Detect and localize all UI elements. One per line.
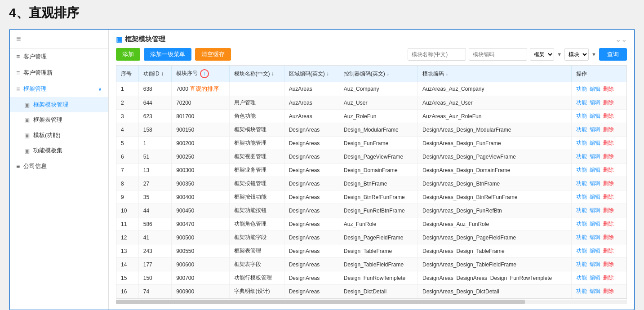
clear-cache-button[interactable]: 清空缓存: [195, 48, 231, 61]
sidebar-item-customer-mgmt-new[interactable]: ≡ 客户管理新: [10, 65, 108, 81]
cell-func-id: 51: [138, 150, 171, 164]
col-module-seq[interactable]: 模块序号 ↑: [172, 66, 229, 82]
module-code-search-input[interactable]: [469, 48, 527, 61]
col-ctrl-code-en[interactable]: 控制器编码(英文) ↓: [339, 66, 417, 82]
col-func-id[interactable]: 功能ID ↓: [138, 66, 171, 82]
cell-module-code: DesignAreas_Design_FunFrame: [418, 137, 572, 150]
cell-func-id: 41: [138, 231, 171, 244]
col-module-code[interactable]: 模块编码 ↓: [418, 66, 572, 82]
action-link-删除[interactable]: 删除: [603, 248, 614, 254]
action-link-删除[interactable]: 删除: [603, 113, 614, 119]
doc-icon: ▣: [116, 35, 122, 44]
action-link-编辑[interactable]: 编辑: [590, 288, 600, 294]
col-area-code-en[interactable]: 区域编码(英文) ↓: [284, 66, 339, 82]
action-link-删除[interactable]: 删除: [603, 86, 614, 92]
action-link-功能[interactable]: 功能: [576, 99, 587, 106]
cell-seq: 6: [116, 150, 138, 164]
action-link-编辑[interactable]: 编辑: [590, 99, 600, 106]
action-link-功能[interactable]: 功能: [576, 113, 587, 119]
horizontal-scrollbar[interactable]: [116, 300, 627, 304]
sidebar-item-company-info[interactable]: ≡ 公司信息: [10, 158, 108, 174]
cell-module-code: AuzAreas_Auz_Company: [418, 82, 572, 96]
action-link-编辑[interactable]: 编辑: [590, 234, 600, 240]
action-link-功能[interactable]: 功能: [576, 288, 587, 294]
cell-actions: 功能编辑删除: [572, 150, 626, 164]
add-button[interactable]: 添加: [116, 48, 140, 61]
action-link-删除[interactable]: 删除: [603, 180, 614, 186]
action-link-编辑[interactable]: 编辑: [590, 248, 600, 254]
cell-module-name-cn: 框架按钮功能: [229, 190, 284, 204]
table-row: 16387000 直观的排序AuzAreasAuz_CompanyAuzArea…: [116, 82, 626, 96]
action-link-功能[interactable]: 功能: [576, 140, 587, 146]
action-link-功能[interactable]: 功能: [576, 167, 587, 173]
action-link-功能[interactable]: 功能: [576, 275, 587, 281]
action-link-功能[interactable]: 功能: [576, 221, 587, 227]
col-seq[interactable]: 序号: [116, 66, 138, 82]
cell-module-name-cn: 用户管理: [229, 96, 284, 110]
action-link-功能[interactable]: 功能: [576, 194, 587, 200]
action-link-编辑[interactable]: 编辑: [590, 167, 600, 173]
action-link-编辑[interactable]: 编辑: [590, 261, 600, 267]
action-link-删除[interactable]: 删除: [603, 126, 614, 133]
cell-module-seq: 900300: [172, 164, 229, 177]
action-link-编辑[interactable]: 编辑: [590, 180, 600, 186]
cell-module-seq: 900470: [172, 217, 229, 231]
sort-up-btn[interactable]: ↑: [200, 69, 209, 78]
module-select[interactable]: 模块: [565, 49, 588, 60]
action-link-删除[interactable]: 删除: [603, 153, 614, 159]
sidebar-sub-item-frame-module-mgmt[interactable]: ▣ 框架模块管理: [10, 97, 108, 112]
cell-module-seq: 801700: [172, 110, 229, 123]
action-link-删除[interactable]: 删除: [603, 140, 614, 146]
action-link-删除[interactable]: 删除: [603, 99, 614, 106]
module-name-search-input[interactable]: [408, 48, 466, 61]
action-link-功能[interactable]: 功能: [576, 248, 587, 254]
cell-seq: 4: [116, 123, 138, 137]
cell-area-code: DesignAreas: [284, 150, 339, 164]
content-header: ▣ 框架模块管理 ⌄⌄: [116, 35, 627, 44]
cell-ctrl-code: Design_TableFieldFrame: [339, 258, 417, 271]
action-link-功能[interactable]: 功能: [576, 126, 587, 133]
cell-module-code: DesignAreas_Design_BtnRefFunFrame: [418, 190, 572, 204]
action-link-编辑[interactable]: 编辑: [590, 126, 600, 133]
hamburger-icon[interactable]: ≡: [16, 34, 21, 44]
sidebar-sub-item-template-func[interactable]: ▣ 模板(功能): [10, 128, 108, 143]
action-link-编辑[interactable]: 编辑: [590, 275, 600, 281]
query-button[interactable]: 查询: [599, 48, 627, 61]
drag-sort-inline-label: 直观的排序: [190, 85, 219, 92]
action-link-删除[interactable]: 删除: [603, 261, 614, 267]
action-link-删除[interactable]: 删除: [603, 194, 614, 200]
list-icon: ≡: [16, 69, 20, 76]
action-link-编辑[interactable]: 编辑: [590, 207, 600, 213]
action-link-编辑[interactable]: 编辑: [590, 153, 600, 159]
sidebar-sub-item-func-template-set[interactable]: ▣ 功能模板集: [10, 143, 108, 158]
action-link-功能[interactable]: 功能: [576, 86, 587, 92]
frame-select[interactable]: 框架: [530, 49, 554, 60]
action-link-功能[interactable]: 功能: [576, 180, 587, 186]
add-one-level-button[interactable]: 添加一级菜单: [144, 48, 191, 61]
action-link-删除[interactable]: 删除: [603, 288, 614, 294]
cell-ctrl-code: Design_DictDetail: [339, 285, 417, 298]
action-link-编辑[interactable]: 编辑: [590, 221, 600, 227]
cell-area-code: DesignAreas: [284, 258, 339, 271]
action-link-编辑[interactable]: 编辑: [590, 86, 600, 92]
collapse-icon[interactable]: ⌄⌄: [615, 35, 627, 44]
action-link-删除[interactable]: 删除: [603, 207, 614, 213]
action-link-编辑[interactable]: 编辑: [590, 113, 600, 119]
sidebar-sub-item-frame-table-mgmt[interactable]: ▣ 框架表管理: [10, 112, 108, 128]
cell-module-name-cn: 功能行模板管理: [229, 271, 284, 285]
action-link-删除[interactable]: 删除: [603, 275, 614, 281]
action-link-删除[interactable]: 删除: [603, 167, 614, 173]
sidebar-item-customer-mgmt[interactable]: ≡ 客户管理: [10, 49, 108, 65]
action-link-功能[interactable]: 功能: [576, 207, 587, 213]
sidebar: ≡ ≡ 客户管理 ≡ 客户管理新 ≡ 框架管理 ∨ ▣ 框架模块管理 ▣ 框架表…: [10, 30, 109, 310]
cell-actions: 功能编辑删除: [572, 110, 626, 123]
action-link-编辑[interactable]: 编辑: [590, 140, 600, 146]
action-link-功能[interactable]: 功能: [576, 261, 587, 267]
action-link-编辑[interactable]: 编辑: [590, 194, 600, 200]
sidebar-item-frame-mgmt[interactable]: ≡ 框架管理 ∨: [10, 81, 108, 97]
action-link-功能[interactable]: 功能: [576, 153, 587, 159]
action-link-删除[interactable]: 删除: [603, 234, 614, 240]
action-link-删除[interactable]: 删除: [603, 221, 614, 227]
action-link-功能[interactable]: 功能: [576, 234, 587, 240]
col-module-name-cn[interactable]: 模块名称(中文) ↓: [229, 66, 284, 82]
